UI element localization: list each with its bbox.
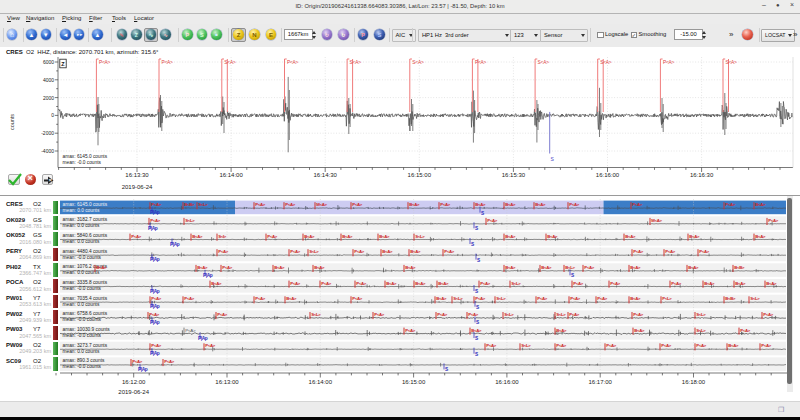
svg-text:P<A>: P<A> [696,343,707,348]
svg-text:2019-06-24: 2019-06-24 [118,389,149,395]
svg-text:amax: 3182.7 counts: amax: 3182.7 counts [63,217,108,222]
svg-text:P<A>: P<A> [356,281,367,286]
svg-text:S<A>: S<A> [412,60,424,65]
svg-text:B<A>: B<A> [410,249,421,254]
svg-text:S<A>: S<A> [538,60,550,65]
svg-text:2019-06-24: 2019-06-24 [122,184,153,190]
svg-text:P<L>: P<L> [662,296,672,301]
svg-text:P<A>: P<A> [740,328,751,333]
svg-text:16:13:30: 16:13:30 [125,172,149,178]
svg-text:B<A>: B<A> [475,202,486,207]
svg-text:16:15:00: 16:15:00 [408,172,432,178]
svg-text:S<L>: S<L> [311,312,321,317]
svg-text:P<A>: P<A> [610,281,621,286]
svg-text:P<A>: P<A> [569,312,580,317]
svg-text:B<A>: B<A> [505,202,516,207]
svg-text:B<A>: B<A> [547,234,558,239]
svg-text:16:14:00: 16:14:00 [219,172,243,178]
svg-text:P<A>: P<A> [287,60,299,65]
svg-text:P|Ap: P|Ap [150,351,160,356]
svg-text:mean: 0.0 counts: mean: 0.0 counts [63,223,100,228]
svg-text:B<A>: B<A> [386,281,397,286]
svg-text:S<L>: S<L> [696,312,706,317]
svg-text:B<A>: B<A> [211,281,222,286]
svg-text:mean: 0.0 counts: mean: 0.0 counts [63,349,100,354]
svg-text:M<A>: M<A> [316,202,327,207]
svg-text:B<A>: B<A> [541,265,552,270]
svg-text:amax: 890.3 counts: amax: 890.3 counts [63,358,105,363]
svg-text:B<A>: B<A> [471,328,482,333]
svg-text:P<A>: P<A> [321,281,332,286]
svg-text:B<A>: B<A> [197,265,208,270]
svg-text:B<A>: B<A> [689,234,700,239]
svg-text:S<L>: S<L> [415,234,425,239]
svg-text:B<B>: B<B> [734,265,745,270]
svg-text:P|Ap: P|Ap [150,257,160,262]
svg-text:S<L>: S<L> [504,312,514,317]
svg-text:16:12:00: 16:12:00 [122,379,146,385]
svg-text:P<A>: P<A> [131,234,142,239]
svg-text:16:14:30: 16:14:30 [314,172,338,178]
svg-text:mean: -0.0 counts: mean: -0.0 counts [63,333,102,338]
svg-text:16:17:00: 16:17:00 [589,379,613,385]
svg-text:B<A>: B<A> [630,265,641,270]
svg-text:B<A>: B<A> [625,234,636,239]
svg-text:P<A>: P<A> [556,343,567,348]
svg-text:P<A>: P<A> [151,202,162,207]
svg-text:P<A>: P<A> [633,312,644,317]
svg-text:amax: 10030.9 counts: amax: 10030.9 counts [63,327,111,332]
svg-text:P<A>: P<A> [661,343,672,348]
svg-text:counts: counts [9,114,15,130]
svg-text:M<A>: M<A> [651,218,662,223]
svg-text:P<A>: P<A> [222,265,233,270]
svg-text:P<A>: P<A> [217,312,228,317]
svg-text:P<A>: P<A> [132,359,143,364]
svg-text:amax: 6145.0 counts: amax: 6145.0 counts [63,154,108,159]
svg-text:P<A>: P<A> [480,281,491,286]
svg-text:16:15:00: 16:15:00 [402,379,426,385]
svg-text:B<A>: B<A> [415,281,426,286]
svg-text:amax: 3273.7 counts: amax: 3273.7 counts [63,343,108,348]
svg-text:P<A>: P<A> [475,60,487,65]
svg-text:P<A>: P<A> [569,202,580,207]
svg-text:P<A>: P<A> [185,328,196,333]
svg-text:B<A>: B<A> [556,328,567,333]
svg-text:B<A>: B<A> [382,249,393,254]
svg-text:S<L>: S<L> [750,296,760,301]
svg-text:B<A>: B<A> [634,328,645,333]
svg-text:amax: 7035.4 counts: amax: 7035.4 counts [63,296,108,301]
svg-text:S<L>: S<L> [309,249,319,254]
svg-text:P<A>: P<A> [725,202,736,207]
svg-text:S<L>: S<L> [696,328,706,333]
svg-text:P<A>: P<A> [475,296,486,301]
svg-text:P<A>: P<A> [255,296,266,301]
svg-text:B<A>: B<A> [438,281,449,286]
svg-text:P<A>: P<A> [663,60,675,65]
svg-text:mean: -0.0 counts: mean: -0.0 counts [63,286,102,291]
svg-text:P<A>: P<A> [99,60,111,65]
svg-text:16:18:00: 16:18:00 [682,379,706,385]
svg-text:P<A>: P<A> [150,218,161,223]
svg-text:P<A>: P<A> [468,312,479,317]
svg-text:B<A>: B<A> [304,234,315,239]
svg-text:S<L>: S<L> [453,296,463,301]
svg-text:P<A>: P<A> [352,202,363,207]
svg-text:B<A>: B<A> [274,265,285,270]
svg-text:P<A>: P<A> [374,312,385,317]
svg-text:16:16:30: 16:16:30 [690,172,714,178]
svg-text:4000: 4000 [43,77,54,83]
svg-text:2000: 2000 [43,95,54,101]
svg-text:S<L>: S<L> [521,343,531,348]
svg-text:P<A>: P<A> [354,249,365,254]
svg-text:P<A>: P<A> [537,296,548,301]
svg-text:B<A>: B<A> [735,281,746,286]
svg-text:16:16:00: 16:16:00 [495,379,519,385]
svg-text:amax: 5840.6 counts: amax: 5840.6 counts [63,233,108,238]
svg-text:B<A>: B<A> [192,234,203,239]
svg-text:S<L>: S<L> [496,296,506,301]
svg-text:B<L>: B<L> [565,265,575,270]
svg-text:P<A>: P<A> [444,249,455,254]
svg-text:B<A>: B<A> [688,265,699,270]
svg-text:-4000: -4000 [41,148,54,154]
svg-text:P<A>: P<A> [665,249,676,254]
